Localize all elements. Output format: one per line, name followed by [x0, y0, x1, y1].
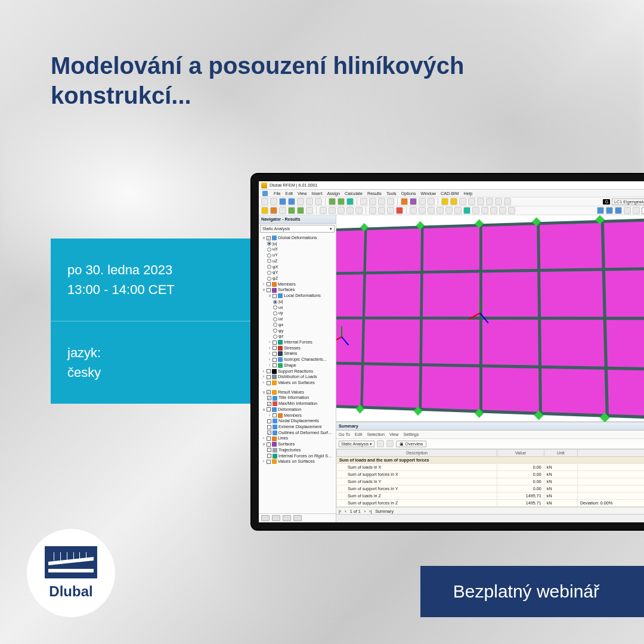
- fit-icon[interactable]: [387, 198, 394, 205]
- menu-file[interactable]: File: [274, 191, 281, 196]
- wireframe-icon[interactable]: [445, 207, 453, 214]
- nav-tab-results-icon[interactable]: [293, 515, 302, 521]
- summary-menu-edit[interactable]: Edit: [355, 432, 362, 437]
- smooth-icon[interactable]: [499, 207, 506, 214]
- table-row[interactable]: Sum of support forces in Z1495.71kNDevia…: [337, 500, 645, 507]
- move-icon[interactable]: [329, 207, 336, 214]
- summary-menu-goto[interactable]: Go To: [339, 432, 350, 437]
- nav-tab-data-icon[interactable]: [261, 515, 270, 521]
- draw-support-icon[interactable]: [288, 207, 295, 214]
- menu-tools[interactable]: Tools: [386, 191, 397, 196]
- grid-icon[interactable]: [468, 198, 475, 205]
- view-persp-icon[interactable]: [633, 207, 640, 214]
- combo-icon[interactable]: [459, 198, 466, 205]
- redo-icon[interactable]: [315, 198, 322, 205]
- pager-last-icon[interactable]: ›|: [369, 509, 371, 514]
- optimize-icon[interactable]: [346, 198, 354, 205]
- navigator-tabs[interactable]: [259, 513, 336, 522]
- section-icon[interactable]: [495, 198, 502, 205]
- color-icon[interactable]: [463, 207, 470, 214]
- mesh-icon[interactable]: [378, 207, 385, 214]
- view-dropdown[interactable]: 1 - Global X: [642, 208, 644, 214]
- layer-icon[interactable]: [486, 198, 493, 205]
- analysis-type-dropdown[interactable]: Static Analysis▾: [260, 225, 335, 233]
- app-menu-icon[interactable]: [262, 191, 268, 196]
- pager-first-icon[interactable]: |‹: [339, 509, 341, 514]
- values-icon[interactable]: [481, 207, 488, 214]
- menu-view[interactable]: View: [298, 191, 306, 196]
- select-icon[interactable]: [320, 207, 327, 214]
- viewport[interactable]: Summary Go To Edit Selection View Settin…: [336, 215, 644, 522]
- nav-tab-display-icon[interactable]: [272, 515, 280, 521]
- copy-icon[interactable]: [338, 207, 345, 214]
- solid-icon[interactable]: [419, 198, 426, 205]
- release-icon[interactable]: [387, 207, 394, 214]
- table-row[interactable]: Sum of support forces in Y0.00kN: [337, 485, 645, 493]
- menu-window[interactable]: Window: [421, 191, 436, 196]
- pager-prev-icon[interactable]: ‹: [345, 509, 346, 514]
- calc-all-icon[interactable]: [338, 198, 345, 205]
- rotate-icon[interactable]: [378, 198, 385, 205]
- toolbar-secondary[interactable]: 1 - Global X: [259, 206, 644, 215]
- menu-options[interactable]: Options: [401, 191, 416, 196]
- anim-icon[interactable]: [508, 207, 515, 214]
- summary-prev-icon[interactable]: [377, 440, 384, 447]
- pan-icon[interactable]: [369, 198, 376, 205]
- filter-icon[interactable]: [410, 207, 417, 214]
- new-icon[interactable]: [261, 198, 268, 205]
- model-canvas[interactable]: [336, 215, 644, 422]
- menu-help[interactable]: Help: [463, 191, 472, 196]
- summary-next-icon[interactable]: [386, 440, 394, 447]
- loadcase-dropdown[interactable]: LC1 Eigengewicht: [612, 199, 644, 205]
- draw-line-icon[interactable]: [261, 207, 268, 214]
- nav-tab-views-icon[interactable]: [283, 515, 291, 521]
- view-iso-icon[interactable]: [597, 207, 604, 214]
- menu-results[interactable]: Results: [367, 191, 382, 196]
- contour-icon[interactable]: [490, 207, 497, 214]
- view-top-icon[interactable]: [606, 207, 613, 214]
- surface-icon[interactable]: [410, 198, 417, 205]
- zoom-icon[interactable]: [360, 198, 367, 205]
- mirror-icon[interactable]: [346, 207, 354, 214]
- open-icon[interactable]: [270, 198, 277, 205]
- menu-insert[interactable]: Insert: [311, 191, 322, 196]
- pager-next-icon[interactable]: ›: [364, 509, 366, 514]
- view-front-icon[interactable]: [615, 207, 622, 214]
- clip-icon[interactable]: [428, 207, 435, 214]
- view-side-icon[interactable]: [624, 207, 631, 214]
- menu-calculate[interactable]: Calculate: [345, 191, 363, 196]
- scale-icon[interactable]: [355, 207, 363, 214]
- load-icon[interactable]: [441, 198, 448, 205]
- table-row[interactable]: Sum of loads in Y0.00kN: [337, 478, 645, 485]
- summary-toolbar[interactable]: Static Analysis ▾ ▣ Overview: [336, 439, 644, 449]
- draw-arc-icon[interactable]: [279, 207, 286, 214]
- menu-cadbim[interactable]: CAD-BIM: [441, 191, 459, 196]
- member-icon[interactable]: [401, 198, 408, 205]
- print-icon[interactable]: [297, 198, 304, 205]
- calc-icon[interactable]: [329, 198, 336, 205]
- node-icon[interactable]: [428, 198, 435, 205]
- summary-table[interactable]: Description Value Unit Sum of loads and …: [336, 449, 644, 507]
- material-icon[interactable]: [504, 198, 511, 205]
- dim-icon[interactable]: [306, 207, 313, 214]
- undo-icon[interactable]: [306, 198, 313, 205]
- numbering-icon[interactable]: [369, 207, 376, 214]
- summary-menubar[interactable]: Go To Edit Selection View Settings: [336, 431, 644, 439]
- iso-icon[interactable]: [454, 207, 462, 214]
- render-icon[interactable]: [436, 207, 444, 214]
- summary-menu-selection[interactable]: Selection: [367, 432, 385, 437]
- snap-icon[interactable]: [477, 198, 484, 205]
- legend-icon[interactable]: [472, 207, 479, 214]
- table-row[interactable]: Sum of loads in X0.00kN: [337, 464, 645, 471]
- summary-analysis-dropdown[interactable]: Static Analysis ▾: [339, 441, 374, 447]
- table-row[interactable]: Sum of loads in Z1495.71kN: [337, 493, 645, 500]
- toolbar-primary[interactable]: G LC1 Eigengewicht: [259, 197, 644, 206]
- summary-menu-settings[interactable]: Settings: [403, 432, 419, 437]
- save-icon[interactable]: [279, 198, 286, 205]
- pager-tab[interactable]: Summary: [375, 509, 394, 514]
- saveas-icon[interactable]: [288, 198, 295, 205]
- delete-icon[interactable]: [396, 207, 403, 214]
- menubar[interactable]: File Edit View Insert Assign Calculate R…: [259, 190, 644, 197]
- visibility-icon[interactable]: [419, 207, 426, 214]
- summary-tab-overview[interactable]: ▣ Overview: [396, 441, 426, 447]
